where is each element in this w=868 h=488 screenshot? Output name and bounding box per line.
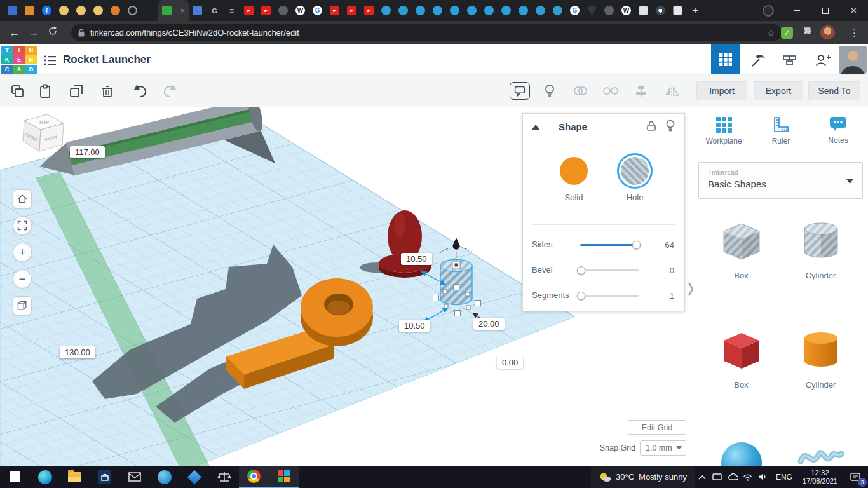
shape-tile-sphere[interactable] bbox=[702, 433, 781, 466]
group-button[interactable] bbox=[571, 82, 590, 100]
minimize-button[interactable] bbox=[782, 0, 811, 21]
browser-tab[interactable] bbox=[72, 0, 90, 21]
browser-tab[interactable] bbox=[4, 0, 21, 21]
panel-collapse-button[interactable] bbox=[523, 114, 548, 140]
bevel-slider[interactable] bbox=[580, 269, 639, 271]
align-button[interactable] bbox=[632, 82, 651, 100]
shape-tile-red-box[interactable]: Box bbox=[702, 324, 781, 433]
workplane-tool-button[interactable]: Workplane bbox=[697, 111, 750, 150]
browser-tab[interactable] bbox=[498, 0, 515, 21]
shape-tile-orange-cylinder[interactable]: Cylinder bbox=[781, 324, 860, 433]
raise-handle-cone[interactable] bbox=[453, 238, 460, 250]
browser-tab[interactable] bbox=[107, 0, 124, 21]
back-button[interactable]: ← bbox=[5, 27, 24, 39]
corner-handle[interactable] bbox=[454, 285, 459, 290]
slider-knob[interactable] bbox=[577, 266, 585, 274]
browser-tab[interactable] bbox=[395, 0, 412, 21]
zoom-out-button[interactable]: − bbox=[13, 269, 32, 288]
address-bar[interactable]: tinkercad.com/things/cCE3HiNw2dO-rocket-… bbox=[71, 24, 782, 41]
notes-comments-button[interactable] bbox=[510, 82, 530, 100]
forward-button[interactable]: → bbox=[24, 27, 43, 39]
reload-button[interactable] bbox=[43, 26, 62, 39]
store-taskbar-button[interactable] bbox=[90, 466, 119, 488]
hole-option[interactable]: Hole bbox=[612, 157, 658, 202]
browser-tab[interactable] bbox=[480, 0, 498, 21]
browser-tab-active[interactable]: × bbox=[158, 0, 189, 21]
perspective-toggle-button[interactable] bbox=[13, 296, 32, 315]
design-title[interactable]: Rocket Launcher bbox=[63, 53, 151, 66]
browser-avatar[interactable] bbox=[820, 25, 835, 40]
tinkercad-taskbar-button[interactable] bbox=[269, 466, 299, 488]
browser-tab[interactable] bbox=[275, 0, 292, 21]
share-invite-button[interactable] bbox=[811, 50, 835, 71]
close-window-button[interactable]: × bbox=[839, 0, 868, 21]
snap-grid-dropdown[interactable]: 1.0 mm bbox=[640, 440, 686, 456]
visibility-bulb-button[interactable] bbox=[665, 119, 675, 135]
view-cube[interactable]: TOP FRONT RIGHT bbox=[15, 109, 69, 163]
skype-taskbar-button[interactable] bbox=[149, 466, 179, 488]
browser-tab[interactable] bbox=[549, 0, 566, 21]
slider-knob[interactable] bbox=[632, 241, 641, 249]
bookmark-star-icon[interactable]: ☆ bbox=[767, 27, 775, 39]
browser-tab[interactable] bbox=[141, 0, 158, 21]
duplicate-button[interactable] bbox=[67, 82, 86, 100]
tinker-tools-button[interactable] bbox=[746, 50, 770, 71]
solid-option[interactable]: Solid bbox=[551, 157, 597, 202]
blocks-button[interactable] bbox=[778, 50, 802, 71]
file-explorer-button[interactable] bbox=[60, 466, 90, 488]
browser-menu-icon[interactable]: ⋮ bbox=[850, 27, 859, 39]
shape-tile-hole-box[interactable]: Box bbox=[702, 215, 781, 324]
user-avatar[interactable] bbox=[839, 46, 867, 74]
tray-onedrive-icon[interactable] bbox=[725, 466, 740, 488]
delete-button[interactable] bbox=[98, 82, 117, 100]
browser-tab[interactable] bbox=[635, 0, 652, 21]
export-button[interactable]: Export bbox=[754, 81, 803, 100]
browser-tab[interactable]: ▸ bbox=[360, 0, 377, 21]
browser-tab[interactable]: G bbox=[309, 0, 326, 21]
sidebar-collapse-handle[interactable] bbox=[685, 277, 696, 301]
home-view-button[interactable] bbox=[13, 189, 32, 208]
tray-network-icon[interactable] bbox=[740, 466, 756, 488]
slider-knob[interactable] bbox=[577, 292, 585, 300]
scales-app-button[interactable] bbox=[209, 466, 239, 488]
browser-tab[interactable]: ▸ bbox=[240, 0, 257, 21]
adblock-extension-icon[interactable]: ✓ bbox=[781, 27, 793, 39]
corner-handle[interactable] bbox=[433, 295, 439, 301]
browser-tab[interactable] bbox=[600, 0, 618, 21]
browser-tab[interactable] bbox=[377, 0, 395, 21]
extensions-puzzle-icon[interactable] bbox=[802, 26, 813, 40]
notes-tool-button[interactable]: Notes bbox=[811, 111, 865, 150]
tab-close-icon[interactable]: × bbox=[180, 7, 185, 15]
design-menu-button[interactable] bbox=[38, 50, 62, 71]
browser-profile-icon[interactable] bbox=[754, 0, 782, 21]
clock[interactable]: 12:32 17/08/2021 bbox=[797, 466, 843, 488]
browser-tab[interactable]: ▸ bbox=[326, 0, 343, 21]
browser-tab[interactable] bbox=[446, 0, 463, 21]
dimension-chip[interactable]: 20.00 bbox=[473, 318, 505, 330]
slider-value[interactable]: 0 bbox=[670, 266, 674, 275]
zoom-in-button[interactable]: + bbox=[13, 243, 32, 262]
corner-handle[interactable] bbox=[455, 311, 461, 316]
browser-tab[interactable]: f bbox=[38, 0, 55, 21]
edge-handle[interactable] bbox=[466, 292, 470, 296]
shape-category-dropdown[interactable]: Tinkercad Basic Shapes bbox=[698, 162, 863, 199]
diamond-app-button[interactable] bbox=[179, 466, 209, 488]
tray-display-icon[interactable] bbox=[710, 466, 725, 488]
chrome-taskbar-button[interactable] bbox=[239, 466, 269, 488]
import-button[interactable]: Import bbox=[696, 81, 747, 100]
ungroup-button[interactable] bbox=[601, 82, 620, 100]
browser-tab[interactable] bbox=[532, 0, 549, 21]
dimension-chip[interactable]: 10.50 bbox=[401, 253, 432, 265]
browser-tab[interactable]: ≡ bbox=[223, 0, 240, 21]
shape-tile-hole-cylinder[interactable]: Cylinder bbox=[781, 215, 860, 324]
browser-tab[interactable] bbox=[90, 0, 107, 21]
browser-tab[interactable]: W bbox=[292, 0, 309, 21]
new-tab-button[interactable]: + bbox=[686, 4, 704, 17]
edge-handle[interactable] bbox=[444, 304, 448, 308]
mirror-button[interactable] bbox=[662, 82, 681, 100]
browser-tab[interactable]: ▸ bbox=[343, 0, 360, 21]
dimension-chip[interactable]: 117.00 bbox=[70, 146, 105, 158]
redo-button[interactable] bbox=[160, 82, 179, 100]
browser-tab[interactable] bbox=[583, 0, 600, 21]
browser-tab[interactable]: G bbox=[206, 0, 223, 21]
